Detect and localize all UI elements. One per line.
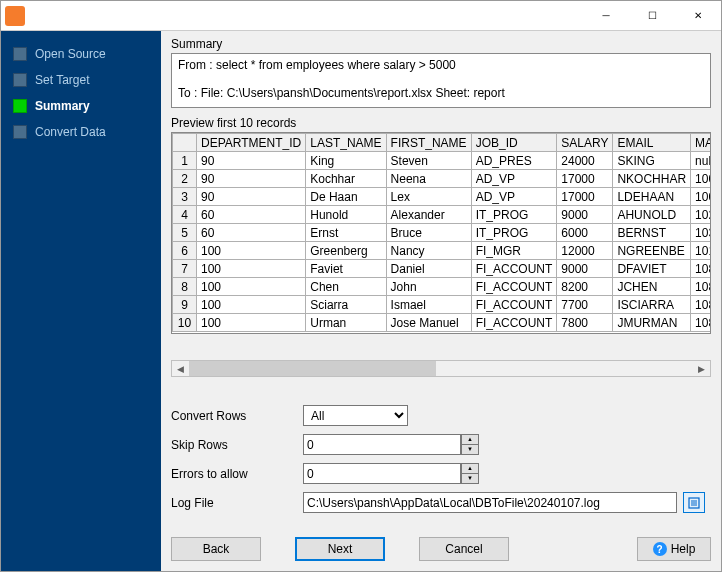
- spin-down-icon[interactable]: ▼: [462, 474, 478, 484]
- sidebar-item-label: Convert Data: [35, 125, 106, 139]
- table-cell: FI_ACCOUNT: [471, 278, 557, 296]
- preview-heading: Preview first 10 records: [171, 116, 711, 130]
- table-cell: 12000: [557, 242, 613, 260]
- table-row[interactable]: 10100UrmanJose ManuelFI_ACCOUNT7800JMURM…: [173, 314, 712, 332]
- column-header[interactable]: LAST_NAME: [306, 134, 386, 152]
- horizontal-scrollbar[interactable]: ◀ ▶: [171, 360, 711, 377]
- table-cell: 17000: [557, 170, 613, 188]
- close-button[interactable]: ✕: [675, 1, 721, 31]
- summary-heading: Summary: [171, 37, 711, 51]
- table-cell: FI_ACCOUNT: [471, 296, 557, 314]
- table-row[interactable]: 290KochharNeenaAD_VP17000NKOCHHAR100: [173, 170, 712, 188]
- table-row[interactable]: 390De HaanLexAD_VP17000LDEHAAN100: [173, 188, 712, 206]
- column-header[interactable]: SALARY: [557, 134, 613, 152]
- column-header[interactable]: JOB_ID: [471, 134, 557, 152]
- sidebar-item-label: Summary: [35, 99, 90, 113]
- table-cell: 7800: [557, 314, 613, 332]
- table-row[interactable]: 9100SciarraIsmaelFI_ACCOUNT7700ISCIARRA1…: [173, 296, 712, 314]
- scroll-right-icon[interactable]: ▶: [693, 364, 710, 374]
- sidebar-item-convert-data[interactable]: Convert Data: [9, 119, 161, 145]
- convert-rows-label: Convert Rows: [171, 409, 301, 423]
- table-row[interactable]: 460HunoldAlexanderIT_PROG9000AHUNOLD102: [173, 206, 712, 224]
- spin-up-icon[interactable]: ▲: [462, 464, 478, 474]
- browse-icon: [687, 496, 701, 510]
- table-cell: 108: [691, 278, 711, 296]
- table-cell: NGREENBE: [613, 242, 691, 260]
- sidebar-item-label: Open Source: [35, 47, 106, 61]
- back-button[interactable]: Back: [171, 537, 261, 561]
- cancel-button[interactable]: Cancel: [419, 537, 509, 561]
- row-number: 10: [173, 314, 197, 332]
- table-cell: Nancy: [386, 242, 471, 260]
- table-cell: Urman: [306, 314, 386, 332]
- table-cell: 101: [691, 242, 711, 260]
- table-cell: Faviet: [306, 260, 386, 278]
- table-cell: 108: [691, 314, 711, 332]
- scrollbar-thumb[interactable]: [189, 361, 436, 376]
- log-file-label: Log File: [171, 496, 301, 510]
- errors-input[interactable]: [303, 463, 461, 484]
- maximize-button[interactable]: ☐: [629, 1, 675, 31]
- table-row[interactable]: 560ErnstBruceIT_PROG6000BERNST103: [173, 224, 712, 242]
- sidebar-item-set-target[interactable]: Set Target: [9, 67, 161, 93]
- row-number-header: [173, 134, 197, 152]
- table-cell: 100: [197, 242, 306, 260]
- preview-table: DEPARTMENT_ID LAST_NAME FIRST_NAME JOB_I…: [172, 133, 711, 332]
- column-header[interactable]: EMAIL: [613, 134, 691, 152]
- table-cell: NKOCHHAR: [613, 170, 691, 188]
- table-cell: Lex: [386, 188, 471, 206]
- column-header[interactable]: DEPARTMENT_ID: [197, 134, 306, 152]
- skip-rows-label: Skip Rows: [171, 438, 301, 452]
- spin-up-icon[interactable]: ▲: [462, 435, 478, 445]
- minimize-button[interactable]: ─: [583, 1, 629, 31]
- help-button[interactable]: ? Help: [637, 537, 711, 561]
- log-file-input[interactable]: [303, 492, 677, 513]
- table-cell: JMURMAN: [613, 314, 691, 332]
- table-cell: 6000: [557, 224, 613, 242]
- spin-down-icon[interactable]: ▼: [462, 445, 478, 455]
- table-cell: LDEHAAN: [613, 188, 691, 206]
- sidebar-item-open-source[interactable]: Open Source: [9, 41, 161, 67]
- table-cell: John: [386, 278, 471, 296]
- table-cell: Kochhar: [306, 170, 386, 188]
- row-number: 7: [173, 260, 197, 278]
- row-number: 1: [173, 152, 197, 170]
- step-box-icon: [13, 73, 27, 87]
- table-cell: 90: [197, 152, 306, 170]
- step-box-icon: [13, 125, 27, 139]
- summary-text: From : select * from employees where sal…: [171, 53, 711, 108]
- column-header[interactable]: MANAG: [691, 134, 711, 152]
- table-cell: Alexander: [386, 206, 471, 224]
- table-row[interactable]: 190KingStevenAD_PRES24000SKINGnull: [173, 152, 712, 170]
- table-cell: JCHEN: [613, 278, 691, 296]
- next-button[interactable]: Next: [295, 537, 385, 561]
- table-cell: Jose Manuel: [386, 314, 471, 332]
- table-row[interactable]: 8100ChenJohnFI_ACCOUNT8200JCHEN108: [173, 278, 712, 296]
- table-cell: AHUNOLD: [613, 206, 691, 224]
- table-cell: DFAVIET: [613, 260, 691, 278]
- table-cell: 100: [197, 314, 306, 332]
- step-box-icon: [13, 47, 27, 61]
- skip-rows-spinner[interactable]: ▲ ▼: [303, 434, 383, 455]
- preview-table-container[interactable]: DEPARTMENT_ID LAST_NAME FIRST_NAME JOB_I…: [171, 132, 711, 334]
- table-cell: 100: [197, 278, 306, 296]
- convert-rows-select[interactable]: All: [303, 405, 408, 426]
- row-number: 6: [173, 242, 197, 260]
- table-cell: 7700: [557, 296, 613, 314]
- row-number: 4: [173, 206, 197, 224]
- sidebar-item-summary[interactable]: Summary: [9, 93, 161, 119]
- table-cell: IT_PROG: [471, 224, 557, 242]
- table-cell: 60: [197, 224, 306, 242]
- column-header[interactable]: FIRST_NAME: [386, 134, 471, 152]
- table-cell: Steven: [386, 152, 471, 170]
- table-cell: Greenberg: [306, 242, 386, 260]
- browse-log-button[interactable]: [683, 492, 705, 513]
- table-row[interactable]: 6100GreenbergNancyFI_MGR12000NGREENBE101: [173, 242, 712, 260]
- skip-rows-input[interactable]: [303, 434, 461, 455]
- scroll-left-icon[interactable]: ◀: [172, 364, 189, 374]
- table-cell: FI_MGR: [471, 242, 557, 260]
- errors-spinner[interactable]: ▲ ▼: [303, 463, 383, 484]
- table-cell: SKING: [613, 152, 691, 170]
- table-row[interactable]: 7100FavietDanielFI_ACCOUNT9000DFAVIET108: [173, 260, 712, 278]
- row-number: 2: [173, 170, 197, 188]
